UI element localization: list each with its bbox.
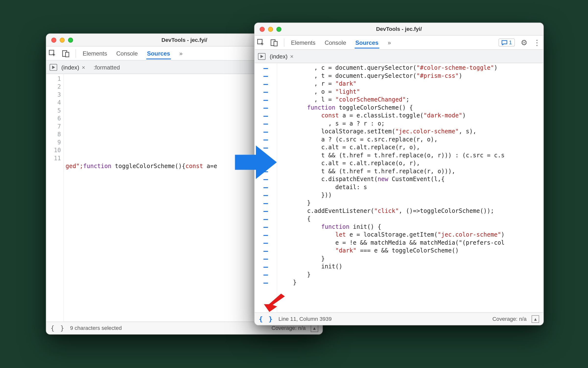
file-tab-label: (index)	[61, 64, 79, 70]
titlebar: DevTools - jec.fyi/	[255, 23, 543, 35]
collapse-icon[interactable]: ▴	[311, 324, 318, 332]
coverage-status: Coverage: n/a	[271, 325, 306, 331]
panel-tabs: Elements Console Sources »	[290, 37, 392, 48]
arrow-annotation-icon	[233, 141, 279, 183]
tab-console[interactable]: Console	[324, 37, 347, 48]
issue-icon	[501, 40, 507, 45]
toolbar: Elements Console Sources » 1 ⚙ ⋮	[255, 35, 543, 50]
issues-badge[interactable]: 1	[498, 38, 515, 46]
editor-footer: { } Line 11, Column 3939 Coverage: n/a ▴	[255, 312, 543, 325]
inspect-element-icon[interactable]	[257, 39, 265, 46]
tab-console[interactable]: Console	[116, 47, 139, 59]
inspect-element-icon[interactable]	[49, 50, 56, 57]
pretty-print-icon[interactable]: { }	[50, 324, 65, 332]
more-menu-icon[interactable]: ⋮	[533, 38, 541, 47]
panel-tabs: Elements Console Sources »	[82, 47, 183, 59]
svg-rect-5	[274, 41, 277, 46]
code-content[interactable]: , c = document.querySelector("#color-sch…	[277, 63, 543, 312]
pretty-print-icon[interactable]: { }	[259, 315, 273, 323]
file-tab-label: (index)	[270, 53, 288, 59]
device-toolbar-icon[interactable]	[270, 39, 278, 46]
cursor-status: Line 11, Column 3939	[279, 316, 332, 322]
tab-more-icon[interactable]: »	[387, 37, 392, 48]
tab-elements[interactable]: Elements	[290, 37, 317, 48]
arrow-annotation-icon	[263, 293, 288, 313]
svg-rect-2	[66, 52, 69, 57]
device-toolbar-icon[interactable]	[62, 50, 70, 57]
file-tab-formatted[interactable]: :formatted	[94, 64, 120, 70]
tab-more-icon[interactable]: »	[178, 47, 183, 59]
file-tab-index[interactable]: (index) ×	[270, 53, 294, 59]
window-title: DevTools - jec.fyi/	[255, 26, 543, 32]
close-icon[interactable]: ×	[290, 53, 294, 59]
tab-sources[interactable]: Sources	[146, 47, 171, 59]
divider	[76, 49, 76, 58]
tab-sources[interactable]: Sources	[354, 37, 379, 48]
navigator-icon[interactable]	[50, 64, 57, 70]
file-tabstrip: (index) ×	[255, 50, 543, 63]
close-icon[interactable]: ×	[82, 64, 85, 70]
selection-status: 9 characters selected	[70, 325, 122, 331]
file-tab-index[interactable]: (index) ×	[61, 64, 85, 70]
navigator-icon[interactable]	[258, 53, 266, 59]
code-editor[interactable]: –––––––––––––––––––––––––––– , c = docum…	[255, 63, 543, 312]
devtools-window-right: DevTools - jec.fyi/ Elements Console Sou…	[254, 23, 544, 325]
tab-elements[interactable]: Elements	[82, 47, 108, 59]
coverage-status: Coverage: n/a	[493, 316, 527, 322]
divider	[284, 38, 284, 46]
issue-count: 1	[509, 39, 512, 46]
line-gutter: 1234567891011	[46, 74, 64, 322]
settings-icon[interactable]: ⚙	[521, 38, 527, 47]
collapse-icon[interactable]: ▴	[532, 315, 539, 323]
line-gutter: ––––––––––––––––––––––––––––	[255, 63, 277, 312]
